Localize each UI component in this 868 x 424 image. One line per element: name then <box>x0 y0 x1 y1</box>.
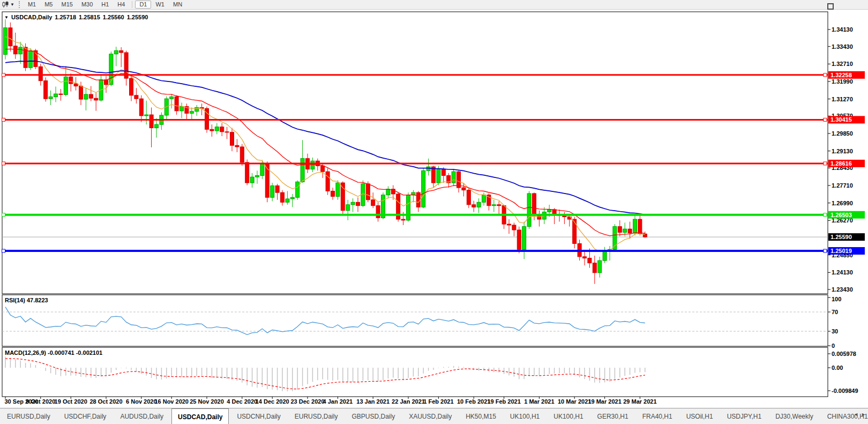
tab-gbpusd-daily[interactable]: GBPUSD,Daily <box>346 409 401 424</box>
period-buttons: M1M5M15M30H1H4D1W1MN <box>24 1 186 9</box>
chart-canvas[interactable]: 1.341301.334301.327101.319901.312701.305… <box>0 0 868 408</box>
macd-label: MACD(12,26,9) -0.000741 -0.002101 <box>5 349 102 356</box>
svg-text:1.30415: 1.30415 <box>830 116 852 123</box>
svg-text:0.005978: 0.005978 <box>832 351 856 357</box>
svg-text:1.29850: 1.29850 <box>832 130 853 137</box>
svg-text:4 Jan 2021: 4 Jan 2021 <box>323 398 353 405</box>
period-button-w1[interactable]: W1 <box>151 1 169 9</box>
svg-text:100: 100 <box>832 296 841 302</box>
ohlc-open: 1.25718 <box>55 14 76 20</box>
chart-symbol-label: USDCAD,Daily <box>11 14 52 20</box>
svg-text:1.31270: 1.31270 <box>832 96 853 102</box>
svg-text:19 Mar 2021: 19 Mar 2021 <box>588 398 621 405</box>
svg-text:19 Feb 2021: 19 Feb 2021 <box>487 398 520 405</box>
tab-dj30-weekly[interactable]: DJ30,Weekly <box>769 409 819 424</box>
svg-text:1.26503: 1.26503 <box>830 212 852 218</box>
symbol-tabs: EURUSD,DailyUSDCHF,DailyAUDUSD,DailyUSDC… <box>0 408 868 424</box>
svg-text:1.27710: 1.27710 <box>832 182 853 189</box>
svg-text:1.34130: 1.34130 <box>832 26 853 33</box>
ohlc-low: 1.25560 <box>103 14 124 20</box>
chart-type-icon[interactable] <box>2 1 9 8</box>
svg-text:10 Feb 2021: 10 Feb 2021 <box>457 398 490 405</box>
svg-text:1.24130: 1.24130 <box>832 269 853 276</box>
symbol-dropdown-icon[interactable]: ▼ <box>4 15 9 20</box>
period-button-mn[interactable]: MN <box>169 1 186 9</box>
tab-usdjpy-h1[interactable]: USDJPY,H1 <box>721 409 767 424</box>
date-axis[interactable]: 30 Sep 20209 Oct 202019 Oct 202028 Oct 2… <box>5 397 657 405</box>
svg-text:30: 30 <box>832 328 838 334</box>
chart-type-dropdown-icon[interactable]: ▼ <box>10 2 14 7</box>
tab-xauusd-daily[interactable]: XAUUSD,Daily <box>403 409 458 424</box>
tab-ger30-h1[interactable]: GER30,H1 <box>592 409 634 424</box>
tab-usoil-h1[interactable]: USOil,H1 <box>680 409 719 424</box>
toolbar-grip[interactable] <box>19 1 20 8</box>
period-button-h4[interactable]: H4 <box>113 1 129 9</box>
period-button-h1[interactable]: H1 <box>97 1 113 9</box>
tab-scroll-arrows: ◄ ► <box>854 412 866 417</box>
svg-text:-0.009849: -0.009849 <box>832 388 858 394</box>
candlestick-chart-icon <box>2 1 9 8</box>
svg-text:9 Oct 2020: 9 Oct 2020 <box>26 398 55 405</box>
chart-window-icon[interactable] <box>827 3 834 10</box>
ohlc-high: 1.25815 <box>79 14 100 20</box>
svg-text:1.31990: 1.31990 <box>832 78 853 85</box>
svg-text:0: 0 <box>832 343 835 349</box>
svg-text:1.32710: 1.32710 <box>832 61 853 67</box>
period-button-d1[interactable]: D1 <box>135 1 151 9</box>
mt4-window: { "toolbar": { "chart_type_icon": "candl… <box>0 0 868 424</box>
ohlc-close: 1.25590 <box>127 14 148 20</box>
svg-text:1.32258: 1.32258 <box>830 72 852 78</box>
rsi-panel[interactable] <box>2 295 828 346</box>
period-button-m30[interactable]: M30 <box>77 1 97 9</box>
price-axis[interactable]: 1.341301.334301.327101.319901.312701.305… <box>824 26 865 293</box>
svg-text:16 Nov 2020: 16 Nov 2020 <box>154 398 189 405</box>
toolbar: ▼ M1M5M15M30H1H4D1W1MN <box>0 0 868 10</box>
svg-text:29 Mar 2021: 29 Mar 2021 <box>623 398 656 405</box>
macd-panel[interactable] <box>2 347 828 397</box>
svg-text:6 Nov 2020: 6 Nov 2020 <box>126 398 156 405</box>
rsi-label: RSI(14) 47.8223 <box>5 297 48 303</box>
svg-text:1.33430: 1.33430 <box>832 43 853 50</box>
toolbar-separator <box>132 1 132 8</box>
svg-text:1.23430: 1.23430 <box>832 286 853 293</box>
tab-hk50-m15[interactable]: HK50,M15 <box>460 409 502 424</box>
svg-text:22 Jan 2021: 22 Jan 2021 <box>392 398 425 405</box>
tab-eurusd-daily[interactable]: EURUSD,Daily <box>289 409 344 424</box>
tab-usdcnh-daily[interactable]: USDCNH,Daily <box>231 409 286 424</box>
svg-text:19 Oct 2020: 19 Oct 2020 <box>55 398 87 405</box>
svg-text:1.26990: 1.26990 <box>832 200 853 206</box>
svg-text:23 Dec 2020: 23 Dec 2020 <box>291 398 325 405</box>
tab-fra40-h1[interactable]: FRA40,H1 <box>637 409 678 424</box>
svg-text:14 Dec 2020: 14 Dec 2020 <box>256 398 289 405</box>
tab-usdcad-daily[interactable]: USDCAD,Daily <box>171 408 229 424</box>
period-button-m15[interactable]: M15 <box>57 1 77 9</box>
svg-text:1.25019: 1.25019 <box>830 248 852 254</box>
period-button-m1[interactable]: M1 <box>24 1 40 9</box>
period-button-m5[interactable]: M5 <box>40 1 57 9</box>
svg-text:0.00: 0.00 <box>832 365 843 371</box>
svg-text:10 Mar 2021: 10 Mar 2021 <box>558 398 591 405</box>
svg-text:1.28616: 1.28616 <box>830 160 852 167</box>
svg-text:25 Nov 2020: 25 Nov 2020 <box>190 398 224 405</box>
tab-scroll-left-icon[interactable]: ◄ <box>854 412 858 417</box>
svg-text:13 Jan 2021: 13 Jan 2021 <box>356 398 390 405</box>
svg-text:28 Oct 2020: 28 Oct 2020 <box>89 398 122 405</box>
svg-text:1.29130: 1.29130 <box>832 148 853 154</box>
tab-usdchf-daily[interactable]: USDCHF,Daily <box>58 409 113 424</box>
svg-text:1 Feb 2021: 1 Feb 2021 <box>423 398 453 405</box>
tab-uk100-h1[interactable]: UK100,H1 <box>548 409 589 424</box>
svg-text:1.25590: 1.25590 <box>830 234 852 240</box>
tab-audusd-daily[interactable]: AUDUSD,Daily <box>114 409 169 424</box>
tab-eurusd-daily[interactable]: EURUSD,Daily <box>1 409 56 424</box>
svg-text:1 Mar 2021: 1 Mar 2021 <box>524 398 554 405</box>
svg-text:4 Dec 2020: 4 Dec 2020 <box>227 398 257 405</box>
chart-title: ▼ USDCAD,Daily 1.25718 1.25815 1.25560 1… <box>4 14 148 20</box>
tab-scroll-right-icon[interactable]: ► <box>861 412 866 417</box>
svg-text:70: 70 <box>832 309 838 315</box>
tab-uk100-h1[interactable]: UK100,H1 <box>504 409 545 424</box>
